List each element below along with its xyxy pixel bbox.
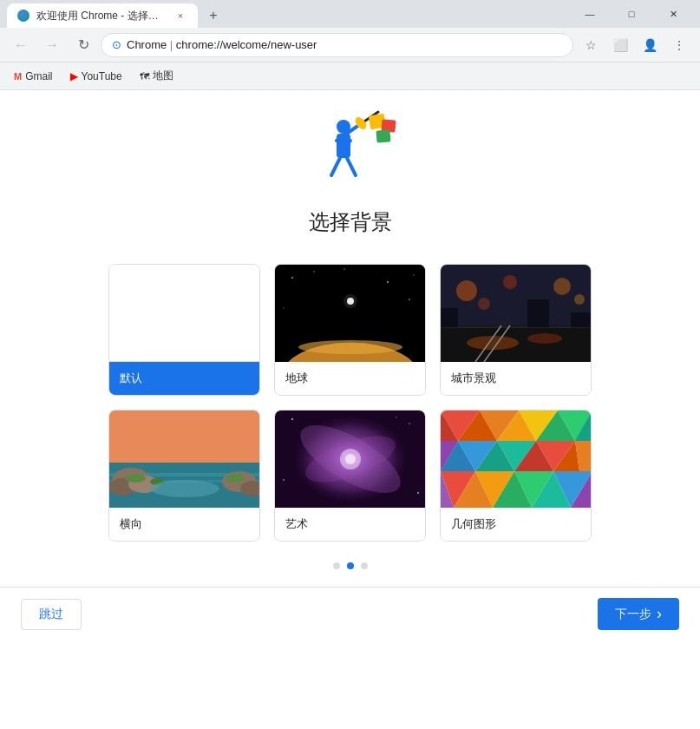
close-button[interactable]: ✕ bbox=[653, 0, 693, 28]
bookmarks-bar: M Gmail ▶ YouTube 🗺 地图 bbox=[0, 62, 700, 90]
svg-point-12 bbox=[291, 277, 293, 279]
url-scheme: Chrome bbox=[127, 38, 167, 51]
svg-rect-36 bbox=[441, 308, 458, 327]
svg-rect-9 bbox=[376, 129, 390, 142]
bookmark-youtube[interactable]: ▶ YouTube bbox=[63, 69, 129, 84]
url-text: Chrome | chrome://welcome/new-user bbox=[127, 38, 562, 51]
svg-line-5 bbox=[347, 158, 356, 175]
bg-card-default[interactable]: 默认 bbox=[108, 264, 260, 396]
svg-rect-31 bbox=[441, 326, 592, 328]
bg-image-default bbox=[109, 265, 260, 362]
svg-point-27 bbox=[553, 278, 571, 295]
bookmark-gmail[interactable]: M Gmail bbox=[7, 69, 60, 84]
bg-image-galaxy bbox=[275, 410, 426, 508]
svg-point-52 bbox=[150, 480, 219, 497]
bookmark-star-button[interactable]: ☆ bbox=[577, 31, 605, 59]
page-dot-1[interactable] bbox=[333, 562, 340, 569]
page-content: 选择背景 默认 bbox=[0, 90, 700, 729]
svg-point-26 bbox=[503, 275, 517, 289]
bg-label-galaxy: 艺术 bbox=[275, 508, 425, 541]
bg-card-landscape[interactable]: 横向 bbox=[108, 410, 260, 542]
url-pipe: | bbox=[167, 38, 176, 51]
svg-point-25 bbox=[456, 280, 477, 301]
svg-point-16 bbox=[343, 268, 344, 269]
gmail-icon: M bbox=[14, 71, 22, 82]
nav-actions: ☆ ⬜ 👤 ⋮ bbox=[577, 31, 693, 59]
svg-point-21 bbox=[298, 340, 402, 354]
tab-title: 欢迎使用 Chrome - 选择背景 bbox=[36, 9, 167, 23]
split-view-button[interactable]: ⬜ bbox=[606, 31, 634, 59]
bottom-bar: 跳过 下一步 › bbox=[0, 587, 700, 640]
maps-icon: 🗺 bbox=[140, 71, 149, 82]
bg-label-geometric: 几何图形 bbox=[441, 508, 591, 541]
url-path: chrome://welcome/new-user bbox=[176, 38, 317, 51]
bg-label-landscape: 横向 bbox=[109, 508, 259, 541]
bg-image-city bbox=[441, 265, 592, 362]
back-button[interactable]: ← bbox=[7, 31, 35, 59]
title-bar: 欢迎使用 Chrome - 选择背景 × + — □ ✕ bbox=[0, 0, 700, 28]
page-dot-3[interactable] bbox=[361, 562, 368, 569]
svg-point-13 bbox=[313, 271, 315, 273]
maps-label: 地图 bbox=[153, 69, 173, 83]
svg-point-23 bbox=[343, 294, 357, 308]
reload-button[interactable]: ↻ bbox=[69, 31, 97, 59]
profile-button[interactable]: 👤 bbox=[636, 31, 664, 59]
svg-point-18 bbox=[283, 307, 284, 308]
svg-point-51 bbox=[226, 474, 244, 483]
maximize-button[interactable]: □ bbox=[612, 0, 651, 28]
bg-image-earth bbox=[275, 265, 426, 362]
bg-card-galaxy[interactable]: 艺术 bbox=[274, 410, 426, 542]
tab-favicon bbox=[17, 10, 29, 22]
bg-image-landscape bbox=[109, 410, 260, 508]
bg-card-earth[interactable]: 地球 bbox=[274, 264, 426, 396]
bg-label-default: 默认 bbox=[109, 362, 259, 395]
svg-point-14 bbox=[387, 281, 389, 283]
youtube-icon: ▶ bbox=[70, 70, 78, 82]
svg-rect-38 bbox=[571, 312, 592, 327]
tab-strip: 欢迎使用 Chrome - 选择背景 × + bbox=[7, 0, 566, 28]
svg-rect-64 bbox=[275, 410, 426, 508]
secure-icon: ⊙ bbox=[112, 38, 121, 51]
svg-point-15 bbox=[413, 274, 415, 276]
browser-window: 欢迎使用 Chrome - 选择背景 × + — □ ✕ ← → ↻ ⊙ Chr… bbox=[0, 0, 700, 729]
youtube-label: YouTube bbox=[82, 70, 122, 82]
new-tab-button[interactable]: + bbox=[201, 3, 226, 28]
window-controls: — □ ✕ bbox=[570, 0, 693, 28]
tab-close-button[interactable]: × bbox=[173, 9, 187, 23]
address-bar[interactable]: ⊙ Chrome | chrome://welcome/new-user bbox=[101, 33, 573, 57]
svg-rect-40 bbox=[109, 410, 260, 463]
skip-button[interactable]: 跳过 bbox=[21, 599, 82, 630]
bg-label-city: 城市景观 bbox=[441, 362, 591, 395]
page-title: 选择背景 bbox=[309, 208, 392, 236]
svg-point-49 bbox=[125, 474, 146, 483]
bookmark-maps[interactable]: 🗺 地图 bbox=[133, 67, 180, 85]
menu-button[interactable]: ⋮ bbox=[665, 31, 693, 59]
svg-point-33 bbox=[527, 333, 562, 344]
gmail-label: Gmail bbox=[25, 70, 52, 82]
svg-rect-37 bbox=[527, 299, 549, 327]
next-button[interactable]: 下一步 › bbox=[598, 598, 679, 630]
forward-button[interactable]: → bbox=[38, 31, 66, 59]
page-dot-2[interactable] bbox=[347, 562, 354, 569]
navigation-bar: ← → ↻ ⊙ Chrome | chrome://welcome/new-us… bbox=[0, 28, 700, 62]
svg-point-28 bbox=[574, 294, 585, 305]
active-tab[interactable]: 欢迎使用 Chrome - 选择背景 × bbox=[7, 3, 198, 28]
svg-line-4 bbox=[331, 158, 340, 175]
pagination bbox=[333, 562, 368, 569]
bg-label-earth: 地球 bbox=[275, 362, 425, 395]
background-grid: 默认 bbox=[108, 264, 592, 542]
svg-point-17 bbox=[409, 299, 410, 300]
bg-image-geometric bbox=[441, 410, 592, 508]
svg-point-29 bbox=[478, 298, 490, 310]
next-label: 下一步 bbox=[615, 607, 651, 622]
minimize-button[interactable]: — bbox=[570, 0, 610, 28]
bg-card-geometric[interactable]: 几何图形 bbox=[440, 410, 592, 542]
bg-card-city[interactable]: 城市景观 bbox=[440, 264, 592, 396]
illustration bbox=[298, 108, 402, 194]
next-arrow-icon: › bbox=[657, 605, 662, 623]
